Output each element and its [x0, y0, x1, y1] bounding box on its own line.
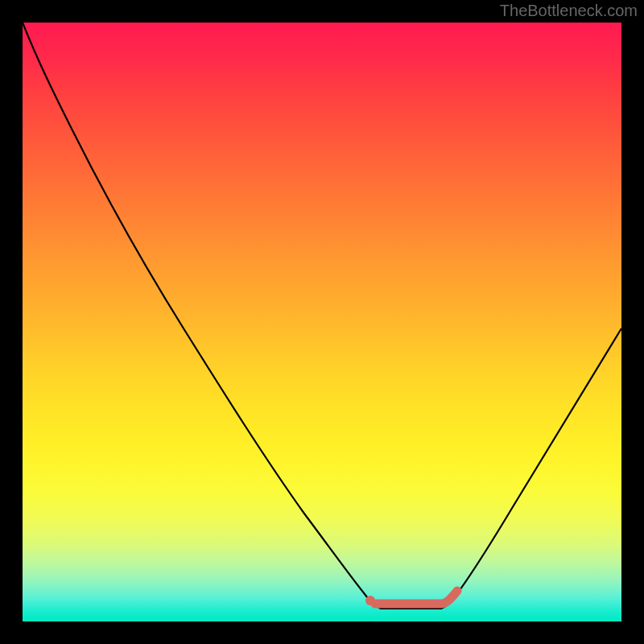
marker-line	[375, 591, 457, 604]
optimal-marker-group	[365, 591, 457, 605]
bottleneck-curve-path	[23, 23, 621, 609]
chart-svg	[23, 23, 621, 621]
chart-plot-area	[23, 23, 621, 621]
watermark-text: TheBottleneck.com	[500, 2, 638, 20]
